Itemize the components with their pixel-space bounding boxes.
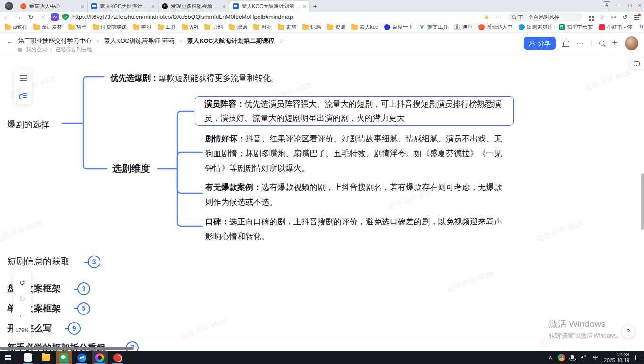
root-node[interactable]: 爆剧的选择 [7,117,50,132]
new-tab-button[interactable]: + [309,1,321,12]
ime-indicator[interactable]: 中 [593,354,598,362]
help-button[interactable]: ? [622,325,635,338]
menu-icon[interactable] [634,17,639,18]
taskbar-app-browser[interactable] [109,351,125,364]
horizontal-scrollbar[interactable] [0,347,134,350]
doc-search-icon[interactable] [599,41,604,46]
address-bar[interactable]: https://ft6vgl737z.feishu.cn/mindnotes/O… [72,14,293,20]
tab-close-icon[interactable]: × [81,3,84,10]
bookmark-item[interactable]: 对标 [253,24,272,31]
window-badge[interactable]: 4 [603,1,610,8]
zoom-level[interactable]: 179% [16,327,29,333]
tab-feishu-doc-active[interactable]: 素人KOC大航海计划第二期课 × [229,1,309,12]
bookmark-star-icon[interactable]: ★ [484,14,490,21]
taskbar-app-media[interactable] [92,351,108,364]
collapse-count-badge[interactable]: 3 [88,256,100,268]
space-label[interactable]: 我的空间 [26,46,47,53]
bookmark-item[interactable]: 短剧素材库 [519,24,552,31]
bookmark-item[interactable]: 惊鸡 [302,24,321,31]
back-to-root-icon[interactable]: ← [19,311,26,318]
microphone-icon[interactable] [571,355,574,359]
quick-search-box[interactable]: 下一个台风叫风神 [508,13,583,21]
redo-icon[interactable]: ↻ [19,295,25,302]
ai-assistant-icon[interactable]: AI [51,13,59,21]
apps-grid-icon[interactable] [589,16,591,18]
bookmark-item[interactable]: ai教程 [5,24,27,31]
taskbar-app-feishu[interactable] [74,351,90,364]
collapse-count-badge[interactable]: 9 [68,322,81,335]
muted-speaker-icon[interactable] [579,355,587,360]
add-favorite-icon[interactable]: ☆ [600,14,605,21]
bookmark-item[interactable]: 学习 [133,24,151,31]
taskbar-app-wechat[interactable] [56,351,72,364]
taskbar-clock[interactable]: 20:38 2025-10-19 [604,352,629,363]
tab-close-icon[interactable]: × [151,3,155,10]
tab-fanqie-center[interactable]: 番茄达人中心 × [17,1,88,12]
bookmark-item[interactable]: 素人koc [351,24,378,31]
doc-back-icon[interactable]: ← [7,37,14,45]
more-actions-icon[interactable]: ⋯ [577,40,584,47]
bookmark-item[interactable]: 推文工具 [419,24,448,31]
notification-bell-icon[interactable] [563,41,569,46]
bookmark-item[interactable]: 小红书 - 你 [599,24,632,31]
url-more-icon[interactable]: ⋯ [496,14,502,20]
vertical-scrollbar[interactable] [641,173,644,230]
tab-douyin-search[interactable]: 发现更多精彩视频 - 抖音搜索 × [159,1,229,12]
notification-center-icon[interactable] [635,355,642,360]
share-button[interactable]: 分享 [524,37,556,50]
bookmark-item[interactable]: API [182,25,199,30]
search-icon [512,15,516,19]
mindmap-view-button[interactable] [14,87,32,104]
screenshot-scissors-icon[interactable]: ✂ [611,14,616,21]
taskbar-app-explorer[interactable] [38,351,54,364]
node-hit-case-exists[interactable]: 有无爆款案例：选有爆款视频的剧，上抖音搜剧名，若有爆款存在则可考虑，无爆款则作为… [205,180,505,209]
breadcrumb-item[interactable]: 第三职业技能交付学习中心 [18,37,92,45]
user-avatar[interactable] [625,36,638,50]
bookmark-item[interactable]: 百度一下 [384,24,413,31]
node-selection-dimensions[interactable]: 选剧维度 [112,161,150,176]
back-icon[interactable]: ← [0,14,12,21]
bookmark-item[interactable]: 工具 [158,24,176,31]
chrome-tray-icon[interactable] [558,354,565,361]
bookmark-item[interactable]: 未命名文件 [638,24,644,31]
window-close-button[interactable]: × [638,2,641,8]
collapse-count-badge[interactable]: 3 [77,282,90,295]
bookmark-item[interactable]: 付费前端课 [93,24,127,31]
home-icon[interactable]: ⌂ [37,14,49,21]
topic-drama-info[interactable]: 短剧信息的获取 [7,256,70,268]
security-shield-icon[interactable]: ✓ [62,14,69,21]
tray-expand-icon[interactable]: ∧ [548,355,552,361]
browser-logo-icon[interactable] [5,2,13,10]
window-minimize-button[interactable]: — [617,2,622,8]
bookmark-item[interactable]: 资源 [327,24,345,31]
mindmap-canvas[interactable]: 超萌-匪匪 6028 超萌-匪匪 6028 超萌-匪匪 6028 超萌-匪匪 6… [0,53,644,351]
bookmark-item[interactable]: 通用 [454,24,472,31]
outline-view-button[interactable] [14,69,32,87]
favorite-star-icon[interactable]: ☆ [279,38,284,45]
bookmark-item[interactable]: 知乎中长文 [559,24,593,31]
taskbar-app-notes[interactable] [20,351,36,364]
tab-feishu-doc-1[interactable]: 素人KOC大航海计划第二期课 × [88,1,159,12]
node-plot-quality[interactable]: 剧情好坏：抖音、红果评论区看评价。好剧情故事细腻、情感细腻、演员不出戏、无狗血剧… [205,132,505,175]
node-reputation[interactable]: 口碑：选正向口碑的剧，上抖音搜剧的评价，避免选口碑差的剧，以免视频迎来骂声影响心… [205,215,505,244]
comment-panel-button[interactable] [629,58,644,70]
breadcrumb-item[interactable]: 素人KOC训练营导师-药药 [104,37,175,45]
tab-close-icon[interactable]: × [222,3,226,10]
collapse-count-badge[interactable]: 5 [77,302,90,315]
history-icon[interactable]: ↺ [622,14,627,21]
window-maximize-button[interactable]: □ [628,2,632,8]
undo-icon[interactable]: ↺ [19,279,25,286]
bookmark-item[interactable]: 设计素材 [33,24,62,31]
bookmark-item[interactable]: 派诺 [229,24,247,31]
node-cast-selected[interactable]: 演员阵容：优先选演员阵容强大、流量大的短剧，可上抖音搜短剧演员排行榜熟悉演员，演… [195,96,514,126]
create-new-icon[interactable]: + [612,38,617,48]
node-priority-hit-drama[interactable]: 优先选爆剧：爆款短剧能获得更多流量和转化。 [110,71,279,85]
start-button[interactable] [0,351,16,364]
forward-icon[interactable]: → [12,14,25,21]
tab-close-icon[interactable]: × [303,3,306,10]
bookmark-item[interactable]: 其他 [204,24,223,31]
bookmark-item[interactable]: 抖音 [68,24,87,31]
reload-icon[interactable]: ↻ [25,14,37,21]
bookmark-item[interactable]: 素材 [278,24,296,31]
bookmark-item[interactable]: 番茄达人中 [478,24,512,31]
